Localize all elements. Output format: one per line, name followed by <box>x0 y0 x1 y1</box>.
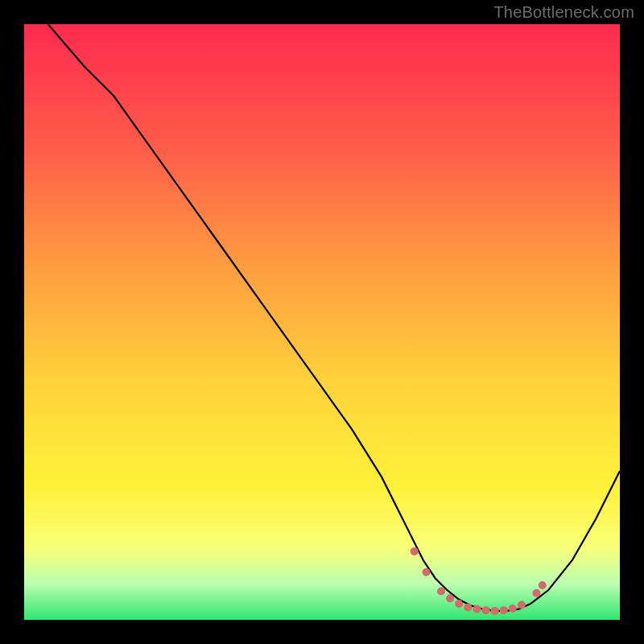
marker-dot <box>455 600 463 608</box>
marker-dot <box>509 605 517 613</box>
marker-dot <box>482 606 490 614</box>
marker-dot <box>532 589 540 597</box>
marker-dot <box>464 603 472 611</box>
marker-dot <box>473 605 481 613</box>
marker-dot <box>446 594 454 602</box>
marker-dot <box>539 581 547 589</box>
marker-dot <box>411 547 419 555</box>
marker-dot <box>437 587 445 595</box>
marker-dot <box>518 601 526 609</box>
gradient-background <box>24 24 620 620</box>
marker-dot <box>500 606 508 614</box>
chart-frame: TheBottleneck.com <box>0 0 644 644</box>
chart-svg <box>24 24 620 620</box>
watermark-text: TheBottleneck.com <box>493 3 634 22</box>
marker-dot <box>423 568 431 576</box>
plot-area <box>24 24 620 620</box>
marker-dot <box>491 607 499 615</box>
